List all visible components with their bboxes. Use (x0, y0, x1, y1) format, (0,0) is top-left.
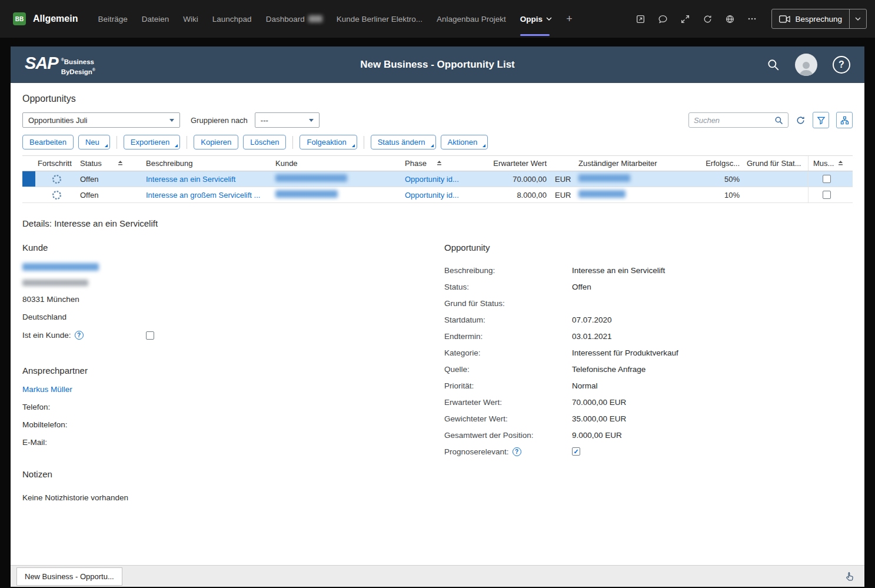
email-label: E-Mail: (22, 438, 444, 447)
col-grund-status[interactable]: Grund für Stat... (742, 159, 808, 168)
opportunity-heading: Opportunity (444, 242, 853, 253)
list-toolbar: Bearbeiten Neu Exportieren Kopieren Lösc… (22, 135, 853, 150)
footer-window-tab[interactable]: New Business - Opportu... (16, 567, 122, 586)
details-title: Details: Interesse an ein Servicelift (22, 218, 853, 228)
help-icon[interactable]: ? (75, 331, 84, 340)
group-by-label: Gruppieren nach (191, 116, 248, 125)
help-icon[interactable]: ? (513, 447, 521, 456)
sap-bydesign-app: SAP ®Business ByDesign® New Business - O… (11, 46, 864, 587)
website-icon[interactable] (725, 14, 735, 24)
row-checkbox[interactable] (823, 191, 831, 199)
refresh-icon[interactable] (703, 14, 713, 24)
search-icon[interactable] (774, 116, 783, 125)
row-selection-indicator[interactable] (22, 171, 35, 187)
tab-dashboard[interactable]: Dashboard (259, 0, 330, 38)
col-beschreibung[interactable]: Beschreibung (144, 159, 273, 168)
phase-link[interactable]: Opportunity id... (405, 191, 459, 200)
tab-launchpad[interactable]: Launchpad (205, 0, 259, 38)
redacted-employee-link[interactable] (578, 174, 630, 182)
app-window-icon[interactable] (636, 14, 646, 24)
table-row[interactable]: Offen Interesse an ein Servicelift Oppor… (22, 171, 853, 187)
list-search-box[interactable] (688, 112, 789, 128)
phone-label: Telefon: (22, 403, 444, 411)
add-tab-button[interactable]: + (559, 0, 580, 38)
follow-up-button[interactable]: Folgeaktion (300, 135, 357, 150)
meeting-options-chevron[interactable] (850, 9, 866, 28)
description-link[interactable]: Interesse an ein Servicelift (146, 175, 273, 184)
filter-button[interactable] (813, 112, 829, 128)
tab-kunde-berliner-elektro[interactable]: Kunde Berliner Elektro... (330, 0, 430, 38)
group-by-select[interactable]: --- (255, 112, 320, 128)
search-icon[interactable] (767, 58, 780, 71)
camera-icon (779, 15, 790, 23)
row-selection-indicator[interactable] (22, 187, 35, 202)
forecast-relevant-checkbox[interactable]: ✓ (572, 447, 580, 456)
chat-icon[interactable] (658, 14, 668, 24)
redacted-tab-text (308, 15, 322, 22)
touch-mode-icon[interactable] (845, 572, 855, 582)
table-row[interactable]: Offen Interesse an großem Servicelift ..… (22, 187, 853, 203)
sort-icon (117, 160, 124, 167)
field-row: Beschreibung: Interesse an ein Serviceli… (444, 262, 853, 278)
status-cell: Offen (78, 191, 144, 200)
new-button[interactable]: Neu (78, 135, 110, 150)
team-avatar-badge[interactable]: BB (13, 12, 26, 25)
col-status[interactable]: Status (78, 159, 144, 168)
user-avatar[interactable] (795, 54, 817, 76)
tab-anlagenbau-projekt[interactable]: Anlagenbau Projekt (430, 0, 513, 38)
open-new-window-icon[interactable] (680, 14, 690, 24)
field-row: Quelle: Telefonische Anfrage (444, 361, 853, 377)
help-icon[interactable]: ? (833, 56, 850, 74)
actions-button[interactable]: Aktionen (441, 135, 488, 150)
notes-empty-text: Keine Notizhistorie vorhanden (22, 493, 444, 502)
redacted-employee-link[interactable] (578, 190, 626, 198)
is-customer-checkbox[interactable] (146, 331, 154, 340)
sort-icon (837, 160, 844, 167)
teams-actions: Besprechung (636, 9, 867, 29)
edit-button[interactable]: Bearbeiten (22, 135, 74, 150)
field-row: Startdatum: 07.07.2020 (444, 311, 853, 328)
field-row: Erwarteter Wert: 70.000,00 EUR (444, 394, 853, 410)
progress-icon (52, 174, 62, 184)
search-input[interactable] (694, 116, 771, 125)
phase-link[interactable]: Opportunity id... (405, 175, 459, 184)
export-button[interactable]: Exportieren (124, 135, 180, 150)
contact-heading: Ansprechpartner (22, 366, 444, 376)
redacted-customer-link[interactable] (275, 190, 338, 198)
description-link[interactable]: Interesse an großem Servicelift ... (146, 191, 273, 200)
funnel-icon (817, 116, 826, 125)
expected-value: 8.000,00 (517, 191, 547, 200)
field-row: Prognoserelevant:? ✓ (444, 443, 853, 460)
tab-dateien[interactable]: Dateien (135, 0, 177, 38)
contact-name-link[interactable]: Markus Müller (22, 385, 72, 394)
tab-beitraege[interactable]: Beiträge (91, 0, 134, 38)
col-erfolgschance[interactable]: Erfolgsc... (706, 159, 742, 168)
view-select[interactable]: Opportunities Juli (22, 112, 180, 128)
redacted-customer-name-link[interactable] (22, 263, 99, 271)
col-kunde[interactable]: Kunde (273, 159, 402, 168)
col-phase[interactable]: Phase (402, 159, 466, 168)
copy-button[interactable]: Kopieren (194, 135, 238, 150)
col-muster[interactable]: Mus... (808, 156, 849, 171)
col-fortschritt[interactable]: Fortschritt (35, 159, 78, 168)
chevron-down-icon (309, 119, 314, 122)
view-switch-button[interactable] (836, 112, 853, 128)
more-options-icon[interactable] (747, 14, 757, 24)
col-erwarteter-wert[interactable]: Erwarteter Wert (466, 159, 575, 168)
redacted-customer-address (22, 280, 88, 286)
redacted-customer-link[interactable] (275, 174, 347, 182)
tab-oppis[interactable]: Oppis (513, 0, 559, 38)
success-chance: 10% (706, 191, 742, 200)
col-mitarbeiter[interactable]: Zuständiger Mitarbeiter (575, 159, 706, 168)
is-customer-label: Ist ein Kunde: (22, 331, 71, 340)
change-status-button[interactable]: Status ändern (371, 135, 436, 150)
row-checkbox[interactable] (823, 175, 831, 183)
description-link[interactable]: Interesse an ein Servicelift (572, 266, 665, 275)
meeting-split-button[interactable]: Besprechung (771, 9, 867, 29)
opportunity-pane: Opportunity Beschreibung: Interesse an e… (444, 242, 853, 502)
tab-wiki[interactable]: Wiki (176, 0, 205, 38)
delete-button[interactable]: Löschen (243, 135, 286, 150)
refresh-icon[interactable] (796, 115, 806, 125)
mobile-label: Mobiltelefon: (22, 420, 444, 429)
customer-heading: Kunde (22, 242, 444, 253)
